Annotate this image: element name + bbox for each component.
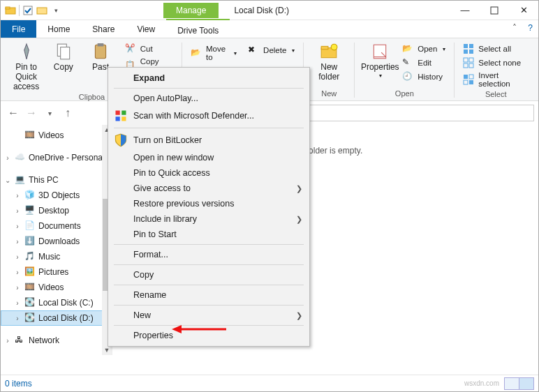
new-folder-button[interactable]: New folder — [309, 40, 348, 82]
tree-item-local-disk-d[interactable]: ›💽Local Disk (D:) — [1, 310, 112, 326]
svg-rect-19 — [464, 63, 468, 68]
svg-rect-26 — [121, 111, 126, 115]
history-icon: 🕘 — [402, 71, 413, 82]
tree-item-downloads[interactable]: ›⬇️Downloads — [1, 234, 112, 249]
edit-button[interactable]: ✎Edit — [399, 56, 448, 69]
ctx-new[interactable]: New❯ — [108, 308, 309, 323]
svg-rect-16 — [469, 50, 473, 54]
ctx-open-new-window[interactable]: Open in new window — [108, 150, 309, 165]
properties-button[interactable]: Properties▾ — [360, 40, 399, 79]
collapse-ribbon-icon[interactable]: ˄ — [507, 20, 522, 38]
close-button[interactable]: ✕ — [509, 1, 538, 20]
svg-rect-18 — [469, 58, 473, 62]
properties-icon — [371, 43, 389, 61]
ctx-pin-start[interactable]: Pin to Start — [108, 227, 309, 242]
ctx-pin-quick-access[interactable]: Pin to Quick access — [108, 165, 309, 181]
history-button[interactable]: 🕘History — [399, 70, 448, 83]
svg-rect-25 — [116, 111, 120, 115]
ctx-restore-previous[interactable]: Restore previous versions — [108, 196, 309, 211]
select-none-button[interactable]: Select none — [460, 56, 531, 69]
tree-item-music[interactable]: ›🎵Music — [1, 249, 112, 264]
tab-file[interactable]: File — [1, 20, 36, 38]
svg-rect-21 — [464, 75, 468, 79]
tab-view[interactable]: View — [126, 20, 166, 38]
copy-button[interactable]: Copy — [45, 40, 82, 73]
tab-share[interactable]: Share — [81, 20, 126, 38]
ctx-format[interactable]: Format... — [108, 247, 309, 262]
ctx-give-access-to[interactable]: Give access to❯ — [108, 181, 309, 196]
documents-icon: 📄 — [24, 220, 36, 232]
maximize-button[interactable] — [480, 1, 509, 20]
tab-drive-tools[interactable]: Drive Tools — [166, 19, 230, 38]
pin-quick-access-button[interactable]: Pin to Quick access — [8, 40, 45, 91]
tree-item-pictures[interactable]: ›🖼️Pictures — [1, 264, 112, 280]
invert-selection-button[interactable]: Invert selection — [460, 70, 531, 89]
ctx-expand[interactable]: Expand — [108, 70, 309, 86]
pin-label: Pin to Quick access — [12, 63, 40, 91]
music-icon: 🎵 — [24, 251, 36, 262]
watermark: wsxdn.com — [464, 379, 499, 387]
quick-access-toolbar: ▾ — [1, 5, 66, 16]
tree-item-desktop[interactable]: ›🖥️Desktop — [1, 203, 112, 218]
defender-icon — [114, 109, 128, 123]
tree-item-local-disk-c[interactable]: ›💽Local Disk (C:) — [1, 295, 112, 310]
drive-icon: 💽 — [24, 312, 36, 324]
svg-rect-20 — [469, 63, 473, 68]
forward-button[interactable]: → — [23, 105, 40, 121]
copy-label: Copy — [54, 63, 73, 73]
ctx-rename[interactable]: Rename — [108, 287, 309, 303]
chevron-down-icon[interactable]: ▾ — [50, 5, 61, 16]
ctx-open-autoplay[interactable]: Open AutoPlay... — [108, 91, 309, 106]
ctx-scan-defender[interactable]: Scan with Microsoft Defender... — [108, 106, 309, 126]
tree-item-3d-objects[interactable]: ›🧊3D Objects — [1, 188, 112, 203]
svg-rect-12 — [374, 45, 386, 59]
group-open-label: Open — [360, 88, 448, 100]
svg-rect-8 — [98, 43, 104, 46]
pin-icon — [17, 43, 36, 61]
help-icon[interactable]: ? — [522, 20, 538, 38]
scroll-down-icon[interactable]: ▼ — [104, 345, 110, 355]
checkbox-icon[interactable] — [22, 5, 34, 16]
ctx-include-library[interactable]: Include in library❯ — [108, 211, 309, 227]
minimize-button[interactable]: — — [450, 1, 480, 20]
ctx-copy[interactable]: Copy — [108, 267, 309, 282]
tree-item-this-pc[interactable]: ⌄💻This PC — [1, 172, 112, 188]
shield-icon — [114, 133, 128, 147]
tree-item-network[interactable]: ›🖧Network — [1, 333, 112, 348]
qat-folder-icon[interactable] — [36, 5, 47, 16]
svg-rect-28 — [121, 116, 126, 121]
downloads-icon: ⬇️ — [24, 236, 36, 247]
contextual-tab-manage[interactable]: Manage — [163, 3, 219, 18]
tree-item-videos-quick[interactable]: 🎞️Videos — [1, 128, 112, 143]
open-button[interactable]: 📂Open▾ — [399, 43, 448, 55]
svg-rect-3 — [37, 8, 47, 14]
delete-button[interactable]: ✖Delete▾ — [245, 44, 297, 56]
svg-rect-1 — [6, 7, 10, 9]
cut-button[interactable]: ✂️Cut — [122, 43, 176, 55]
tab-home[interactable]: Home — [36, 20, 81, 38]
navigation-pane[interactable]: 🎞️Videos ›☁️OneDrive - Persona ⌄💻This PC… — [1, 125, 112, 355]
view-large-icons-button[interactable] — [519, 377, 534, 390]
tree-item-videos[interactable]: ›🎞️Videos — [1, 280, 112, 295]
pictures-icon: 🖼️ — [24, 266, 36, 278]
svg-rect-23 — [464, 80, 468, 84]
recent-locations-button[interactable]: ▾ — [41, 105, 58, 121]
ctx-bitlocker[interactable]: Turn on BitLocker — [108, 130, 309, 150]
svg-point-11 — [332, 44, 338, 50]
up-button[interactable]: ↑ — [59, 105, 76, 121]
drive-icon: 💽 — [24, 297, 36, 308]
paste-icon — [91, 43, 110, 61]
select-all-button[interactable]: Select all — [460, 43, 531, 55]
select-none-icon — [463, 57, 474, 68]
back-button[interactable]: ← — [5, 105, 22, 121]
view-details-button[interactable] — [504, 377, 519, 390]
status-item-count: 0 items — [5, 379, 32, 389]
move-to-button[interactable]: 📂Move to▾ — [188, 44, 239, 62]
tree-item-documents[interactable]: ›📄Documents — [1, 218, 112, 234]
tree-item-onedrive[interactable]: ›☁️OneDrive - Persona — [1, 150, 112, 165]
properties-label: Properties — [361, 63, 399, 73]
svg-rect-22 — [469, 75, 473, 79]
context-menu: Expand Open AutoPlay... Scan with Micros… — [108, 67, 310, 347]
svg-rect-6 — [61, 47, 70, 59]
svg-rect-24 — [469, 80, 473, 84]
